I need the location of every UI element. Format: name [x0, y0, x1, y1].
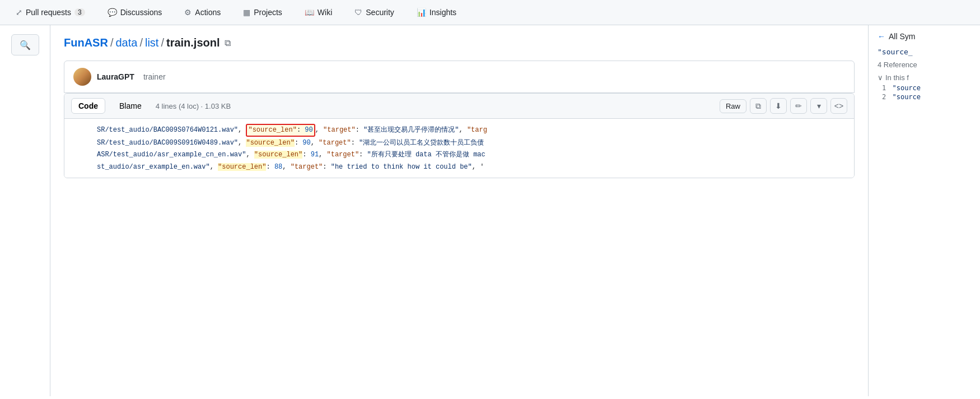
ref-text: "source: [892, 84, 921, 92]
code-string: ASR/test_audio/asr_example_cn_en.wav": [97, 151, 246, 159]
source-len-highlight: "source_len": [254, 151, 302, 159]
code-number: 88: [274, 163, 282, 171]
highlighted-source-len: "source_len": 90: [246, 124, 315, 137]
commit-author[interactable]: LauraGPT: [97, 72, 134, 81]
top-nav: ⤢ Pull requests 3 💬 Discussions ⚙ Action…: [0, 0, 980, 25]
left-sidebar: 🔍: [0, 25, 50, 396]
breadcrumb-list[interactable]: list: [145, 36, 158, 49]
search-button[interactable]: 🔍: [11, 34, 39, 55]
nav-discussions-label: Discussions: [120, 8, 162, 17]
nav-pr-count: 3: [74, 8, 85, 16]
code-content: SR/test_audio/BAC009S0764W0121.wav", "so…: [64, 119, 854, 178]
nav-pull-requests[interactable]: ⤢ Pull requests 3: [11, 6, 90, 19]
ref-line-num: 2: [882, 93, 886, 101]
code-string: st_audio/asr_example_en.wav": [97, 163, 210, 171]
code-number: 90: [302, 139, 310, 147]
nav-projects[interactable]: ▦ Projects: [239, 6, 287, 19]
chevron-down-icon: ∨: [878, 73, 883, 82]
breadcrumb-repo[interactable]: FunASR: [64, 36, 108, 49]
code-key: "target": [327, 151, 360, 159]
line-code: SR/test_audio/BAC009S0916W0489.wav", "so…: [92, 138, 484, 149]
code-key: "target": [291, 163, 323, 171]
symbols-icon: <>: [834, 101, 843, 110]
pull-requests-icon: ⤢: [16, 8, 22, 17]
code-string: SR/test_audio/BAC009S0764W0121.wav": [97, 126, 238, 134]
code-string: SR/test_audio/BAC009S0916W0489.wav": [97, 139, 238, 147]
commit-role: trainer: [143, 72, 166, 81]
edit-icon: ✏: [795, 101, 802, 110]
file-actions: Raw ⧉ ⬇ ✏ ▾ <>: [720, 98, 847, 114]
nav-security-label: Security: [366, 8, 394, 17]
more-options-button[interactable]: ▾: [810, 98, 827, 114]
content-area: FunASR / data / list / train.jsonl ⧉ Lau…: [50, 25, 868, 396]
in-this-label: In this f: [885, 73, 909, 82]
projects-icon: ▦: [243, 8, 250, 17]
code-number: 91: [311, 151, 319, 159]
all-symbols-back[interactable]: ← All Sym: [878, 32, 971, 41]
edit-button[interactable]: ✏: [790, 98, 807, 114]
source-len-highlight: "source_len": [246, 139, 294, 147]
sidebar-spacer: [11, 62, 39, 83]
raw-button[interactable]: Raw: [720, 99, 746, 113]
download-icon: ⬇: [775, 101, 782, 110]
code-string: "所有只要处理 data 不管你是做 mac: [367, 151, 486, 159]
nav-projects-label: Projects: [254, 8, 282, 17]
in-this-section[interactable]: ∨ In this f: [878, 73, 971, 82]
nav-discussions[interactable]: 💬 Discussions: [103, 6, 167, 19]
breadcrumb-sep3: /: [161, 36, 164, 49]
code-key: "source_len": [248, 126, 296, 134]
insights-icon: 📊: [417, 8, 426, 17]
nav-actions-label: Actions: [195, 8, 221, 17]
symbol-title: "source_: [878, 48, 971, 56]
line-code: ASR/test_audio/asr_example_cn_en.wav", "…: [92, 150, 486, 160]
search-icon: 🔍: [20, 40, 31, 50]
nav-actions[interactable]: ⚙ Actions: [180, 6, 225, 19]
back-arrow-icon: ←: [878, 32, 885, 41]
blame-tab[interactable]: Blame: [112, 98, 149, 114]
code-string: "甚至出现交易几乎停滞的情况": [363, 126, 459, 134]
nav-insights[interactable]: 📊 Insights: [412, 6, 461, 19]
code-string: "he tried to think how it could be": [331, 163, 472, 171]
code-key: "source_len": [254, 151, 302, 159]
avatar: [73, 68, 91, 86]
nav-security[interactable]: 🛡 Security: [350, 6, 399, 19]
copy-path-icon[interactable]: ⧉: [225, 38, 231, 48]
line-code: SR/test_audio/BAC009S0764W0121.wav", "so…: [92, 124, 487, 137]
list-item[interactable]: 2 "source: [878, 93, 971, 101]
all-symbols-label: All Sym: [889, 32, 915, 41]
copy-icon: ⧉: [755, 101, 761, 111]
chevron-down-icon: ▾: [817, 101, 821, 110]
nav-insights-label: Insights: [430, 8, 456, 17]
list-item[interactable]: 1 "source: [878, 84, 971, 92]
symbols-button[interactable]: <>: [830, 98, 847, 114]
file-header: Code Blame 4 lines (4 loc) · 1.03 KB Raw…: [64, 94, 854, 119]
main-layout: 🔍 FunASR / data / list / train.jsonl ⧉ L…: [0, 25, 980, 396]
code-tab[interactable]: Code: [71, 98, 105, 114]
actions-icon: ⚙: [184, 8, 192, 17]
wiki-icon: 📖: [305, 8, 314, 17]
breadcrumb-sep1: /: [110, 36, 114, 49]
code-key: "target": [319, 139, 351, 147]
breadcrumb-data[interactable]: data: [115, 36, 137, 49]
download-button[interactable]: ⬇: [770, 98, 787, 114]
code-number: 90: [305, 126, 312, 134]
breadcrumb-sep2: /: [139, 36, 143, 49]
table-row: ASR/test_audio/asr_example_cn_en.wav", "…: [64, 149, 854, 161]
nav-wiki[interactable]: 📖 Wiki: [300, 6, 337, 19]
ref-line-num: 1: [882, 84, 886, 92]
commit-info: LauraGPT trainer: [64, 61, 855, 93]
copy-raw-button[interactable]: ⧉: [750, 98, 767, 114]
code-key: "target": [323, 126, 356, 134]
file-viewer: Code Blame 4 lines (4 loc) · 1.03 KB Raw…: [64, 93, 855, 178]
code-key: "source_len": [246, 139, 294, 147]
nav-pull-requests-label: Pull requests: [26, 8, 71, 17]
nav-wiki-label: Wiki: [318, 8, 332, 17]
discussions-icon: 💬: [108, 8, 117, 17]
right-panel: ← All Sym "source_ 4 Reference ∨ In this…: [868, 25, 980, 396]
ref-text: "source: [892, 93, 921, 101]
breadcrumb: FunASR / data / list / train.jsonl ⧉: [64, 36, 855, 49]
table-row: SR/test_audio/BAC009S0764W0121.wav", "so…: [64, 123, 854, 137]
table-row: st_audio/asr_example_en.wav", "source_le…: [64, 161, 854, 173]
code-string: "湖北一公司以员工名义贷款数十员工负债: [359, 139, 484, 147]
source-len-highlight: "source_len": [218, 163, 266, 171]
